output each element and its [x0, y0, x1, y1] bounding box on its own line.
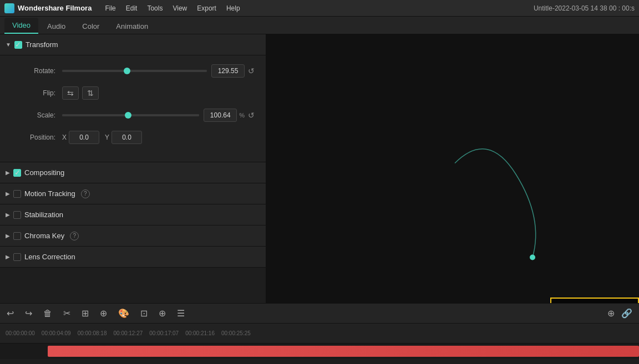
position-inputs: X Y	[62, 131, 148, 144]
tab-animation[interactable]: Animation	[108, 19, 156, 34]
transform-checkbox[interactable]: ✓	[14, 41, 22, 49]
scale-slider[interactable]	[62, 114, 199, 116]
marker-6: 00:00:25:25	[218, 330, 254, 336]
undo-icon[interactable]: ↩	[4, 307, 16, 320]
position-y-label: Y	[105, 134, 109, 141]
transform-body: Rotate: ↺ Flip: ⇆ ⇅ Scale:	[0, 55, 266, 162]
marker-2: 00:00:08:18	[74, 330, 110, 336]
clip-link-icon[interactable]: ⊕	[605, 307, 617, 320]
position-y-input[interactable]	[111, 131, 142, 144]
stabilization-chevron: ▶	[6, 212, 10, 218]
motion-tracking-header[interactable]: ▶ Motion Tracking ?	[0, 183, 266, 204]
expand-icon[interactable]: ⊕	[156, 307, 168, 320]
compositing-header[interactable]: ▶ ✓ Compositing	[0, 162, 266, 183]
rotate-row: Rotate: ↺	[11, 64, 255, 78]
transform-chevron: ▼	[6, 42, 11, 48]
menu-tools[interactable]: Tools	[143, 3, 167, 13]
clip-row	[0, 344, 639, 359]
menu-edit[interactable]: Edit	[121, 3, 142, 13]
color-icon[interactable]: 🎨	[116, 307, 131, 320]
window-title: Untitle-2022-03-05 14 38 00 : 00:s	[534, 4, 635, 12]
motion-tracking-checkbox[interactable]	[13, 190, 21, 198]
motion-tracking-help-icon[interactable]: ?	[81, 189, 90, 198]
cut-icon[interactable]: ✂	[61, 307, 73, 320]
chroma-key-label: Chroma Key	[24, 232, 64, 240]
settings-icon[interactable]: ☰	[175, 307, 187, 320]
zoom-icon[interactable]: ⊕	[98, 307, 109, 320]
toolbar-row: ↩ ↪ 🗑 ✂ ⊞ ⊕ 🎨 ⊡ ⊕ ☰ ⊕ 🔗	[0, 304, 639, 324]
scale-input[interactable]	[204, 109, 237, 122]
chain-icon[interactable]: 🔗	[619, 307, 635, 320]
position-label: Position:	[11, 134, 55, 141]
flip-label: Flip:	[11, 89, 55, 97]
marker-4: 00:00:17:07	[146, 330, 182, 336]
scale-label: Scale:	[11, 111, 55, 119]
topbar: Wondershare Filmora File Edit Tools View…	[0, 0, 639, 17]
clip-bar[interactable]	[48, 346, 639, 357]
rotate-label: Rotate:	[11, 67, 55, 75]
scale-row: Scale: % ↺	[11, 109, 255, 122]
marker-5: 00:00:21:16	[182, 330, 218, 336]
lens-correction-label: Lens Correction	[24, 253, 75, 261]
flip-row: Flip: ⇆ ⇅	[11, 86, 255, 100]
delete-icon[interactable]: 🗑	[41, 307, 54, 320]
rotate-thumb[interactable]	[124, 68, 130, 74]
transform-header[interactable]: ▼ ✓ Transform	[0, 34, 266, 55]
menu-view[interactable]: View	[168, 3, 191, 13]
marker-0: 00:00:00:00	[2, 330, 38, 336]
menu-export[interactable]: Export	[192, 3, 221, 13]
marker-1: 00:00:04:09	[38, 330, 74, 336]
position-x-input[interactable]	[69, 131, 99, 144]
app-logo: Wondershare Filmora	[4, 3, 92, 13]
scale-reset-button[interactable]: ↺	[248, 111, 255, 120]
rotate-slider[interactable]	[62, 70, 207, 72]
compositing-checkbox[interactable]: ✓	[13, 169, 21, 177]
menu-file[interactable]: File	[100, 3, 120, 13]
bottom-panel: ↩ ↪ 🗑 ✂ ⊞ ⊕ 🎨 ⊡ ⊕ ☰ ⊕ 🔗 00:00:00:00 00:0…	[0, 303, 639, 364]
tab-bar: Video Audio Color Animation	[0, 17, 639, 34]
motion-dot	[530, 255, 535, 260]
redo-icon[interactable]: ↪	[23, 307, 34, 320]
tab-color[interactable]: Color	[74, 19, 107, 34]
scale-unit: %	[239, 112, 245, 119]
stabilization-checkbox[interactable]	[13, 211, 21, 219]
rotate-reset-button[interactable]: ↺	[248, 66, 255, 75]
logo-icon	[4, 3, 14, 13]
transform-section: ▼ ✓ Transform Rotate: ↺ Flip:	[0, 34, 266, 162]
grid-icon[interactable]: ⊡	[138, 307, 150, 320]
chroma-key-header[interactable]: ▶ Chroma Key ?	[0, 225, 266, 247]
motion-tracking-label: Motion Tracking	[24, 189, 75, 198]
position-x-label: X	[62, 134, 67, 141]
position-row: Position: X Y	[11, 131, 255, 144]
transform-label: Transform	[26, 40, 58, 49]
tab-video[interactable]: Video	[4, 18, 38, 34]
menu-help[interactable]: Help	[222, 3, 245, 13]
scale-thumb[interactable]	[125, 112, 131, 119]
flip-vertical-button[interactable]: ⇅	[82, 86, 99, 100]
chroma-key-checkbox[interactable]	[13, 232, 21, 240]
menu-bar: File Edit Tools View Export Help	[100, 3, 244, 13]
stabilization-header[interactable]: ▶ Stabilization	[0, 204, 266, 225]
lens-correction-header[interactable]: ▶ Lens Correction	[0, 247, 266, 268]
compositing-chevron: ▶	[6, 170, 10, 176]
crop-icon[interactable]: ⊞	[79, 307, 91, 320]
chroma-key-help-icon[interactable]: ?	[70, 232, 79, 240]
stabilization-label: Stabilization	[24, 211, 63, 219]
link-icons: ⊕ 🔗	[605, 307, 635, 320]
marker-3: 00:00:12:27	[110, 330, 146, 336]
tab-audio[interactable]: Audio	[39, 19, 73, 34]
app-name: Wondershare Filmora	[18, 4, 92, 12]
flip-horizontal-button[interactable]: ⇆	[62, 86, 79, 100]
timeline-markers: 00:00:00:00 00:00:04:09 00:00:08:18 00:0…	[0, 324, 639, 344]
lens-correction-checkbox[interactable]	[13, 253, 21, 261]
compositing-label: Compositing	[24, 168, 64, 177]
motion-tracking-chevron: ▶	[6, 191, 10, 197]
chroma-key-chevron: ▶	[6, 233, 10, 239]
rotate-input[interactable]	[211, 64, 245, 78]
lens-correction-chevron: ▶	[6, 254, 10, 260]
